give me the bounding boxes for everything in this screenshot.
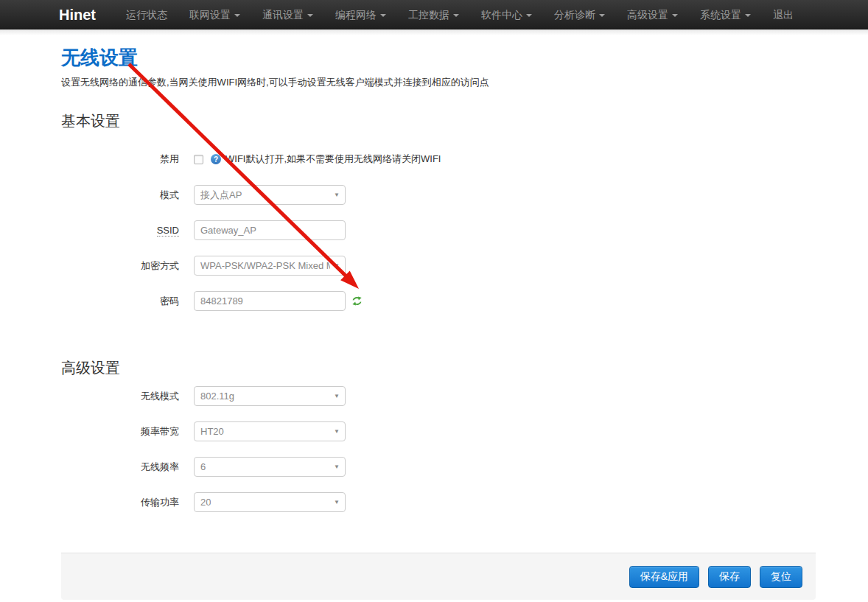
mode-label: 模式	[61, 189, 194, 202]
disable-row: 禁用 ? WIFI默认打开,如果不需要使用无线网络请关闭WIFI	[61, 152, 816, 167]
disable-label: 禁用	[61, 153, 194, 166]
tx-power-row: 传输功率 20 ▼	[61, 492, 816, 512]
regenerate-password-icon[interactable]	[351, 295, 363, 307]
menu-item-run-status[interactable]: 运行状态	[115, 0, 178, 29]
menu-item-system-settings[interactable]: 系统设置	[689, 0, 762, 29]
caret-down-icon	[599, 14, 605, 17]
menu-item-industrial-data[interactable]: 工控数据	[397, 0, 470, 29]
caret-down-icon	[380, 14, 386, 17]
bandwidth-label: 频率带宽	[61, 425, 194, 438]
disable-checkbox[interactable]	[194, 155, 203, 164]
password-label: 密码	[61, 295, 194, 308]
section-heading-advanced: 高级设置	[61, 358, 816, 378]
wireless-mode-row: 无线模式 802.11g ▼	[61, 386, 816, 406]
tx-power-select[interactable]: 20 ▼	[194, 492, 346, 512]
password-input[interactable]	[194, 291, 346, 311]
password-row: 密码	[61, 291, 816, 311]
page-title: 无线设置	[61, 45, 816, 71]
caret-down-icon	[453, 14, 459, 17]
select-caret-icon: ▼	[334, 263, 340, 269]
select-caret-icon: ▼	[334, 192, 340, 198]
section-heading-basic: 基本设置	[61, 111, 816, 131]
wireless-mode-select[interactable]: 802.11g ▼	[194, 386, 346, 406]
bandwidth-select[interactable]: HT20 ▼	[194, 421, 346, 441]
ssid-row: SSID	[61, 220, 816, 240]
mode-row: 模式 接入点AP ▼	[61, 185, 816, 205]
navbar-shadow	[0, 29, 868, 35]
caret-down-icon	[307, 14, 313, 17]
caret-down-icon	[745, 14, 751, 17]
caret-down-icon	[526, 14, 532, 17]
advanced-settings-form: 无线模式 802.11g ▼ 频率带宽 HT20 ▼ 无线频率 6 ▼ 传输功率…	[61, 386, 816, 512]
save-apply-button[interactable]: 保存&应用	[629, 566, 699, 588]
brand-logo[interactable]: Hinet	[59, 0, 96, 29]
reset-button[interactable]: 复位	[760, 566, 802, 588]
page-subtitle: 设置无线网络的通信参数,当网关使用WIFI网络时,可以手动设置无线客户端模式并连…	[61, 76, 816, 89]
menu-item-advanced-settings[interactable]: 高级设置	[616, 0, 689, 29]
encryption-row: 加密方式 WPA-PSK/WPA2-PSK Mixed Mode ▼	[61, 256, 816, 276]
menu-item-network-settings[interactable]: 联网设置	[178, 0, 251, 29]
mode-select[interactable]: 接入点AP ▼	[194, 185, 346, 205]
wireless-mode-label: 无线模式	[61, 390, 194, 403]
menu-item-logout[interactable]: 退出	[762, 0, 805, 29]
footer-action-bar: 保存&应用 保存 复位	[61, 553, 816, 600]
ssid-label: SSID	[61, 225, 194, 236]
select-caret-icon: ▼	[334, 500, 340, 505]
encryption-label: 加密方式	[61, 259, 194, 273]
basic-settings-form: 禁用 ? WIFI默认打开,如果不需要使用无线网络请关闭WIFI 模式 接入点A…	[61, 152, 816, 311]
help-icon[interactable]: ?	[211, 154, 221, 164]
ssid-input[interactable]	[194, 220, 346, 240]
channel-label: 无线频率	[61, 461, 194, 474]
menu-item-programming-network[interactable]: 编程网络	[324, 0, 397, 29]
menu-item-software-center[interactable]: 软件中心	[470, 0, 543, 29]
disable-hint: WIFI默认打开,如果不需要使用无线网络请关闭WIFI	[225, 153, 441, 166]
menu-item-diagnostics[interactable]: 分析诊断	[543, 0, 616, 29]
bandwidth-row: 频率带宽 HT20 ▼	[61, 421, 816, 441]
caret-down-icon	[234, 14, 240, 17]
save-button[interactable]: 保存	[708, 566, 751, 588]
select-caret-icon: ▼	[334, 393, 340, 399]
select-caret-icon: ▼	[334, 464, 340, 470]
content-area: 无线设置 设置无线网络的通信参数,当网关使用WIFI网络时,可以手动设置无线客户…	[0, 45, 816, 512]
caret-down-icon	[672, 14, 678, 17]
encryption-select[interactable]: WPA-PSK/WPA2-PSK Mixed Mode ▼	[194, 256, 346, 276]
menu-item-comm-settings[interactable]: 通讯设置	[251, 0, 324, 29]
tx-power-label: 传输功率	[61, 496, 194, 509]
channel-row: 无线频率 6 ▼	[61, 457, 816, 477]
select-caret-icon: ▼	[334, 429, 340, 435]
main-menu: 运行状态 联网设置 通讯设置 编程网络 工控数据 软件中心 分析诊断 高级设置 …	[115, 0, 805, 29]
channel-select[interactable]: 6 ▼	[194, 457, 346, 477]
top-navbar: Hinet 运行状态 联网设置 通讯设置 编程网络 工控数据 软件中心 分析诊断…	[0, 0, 868, 29]
